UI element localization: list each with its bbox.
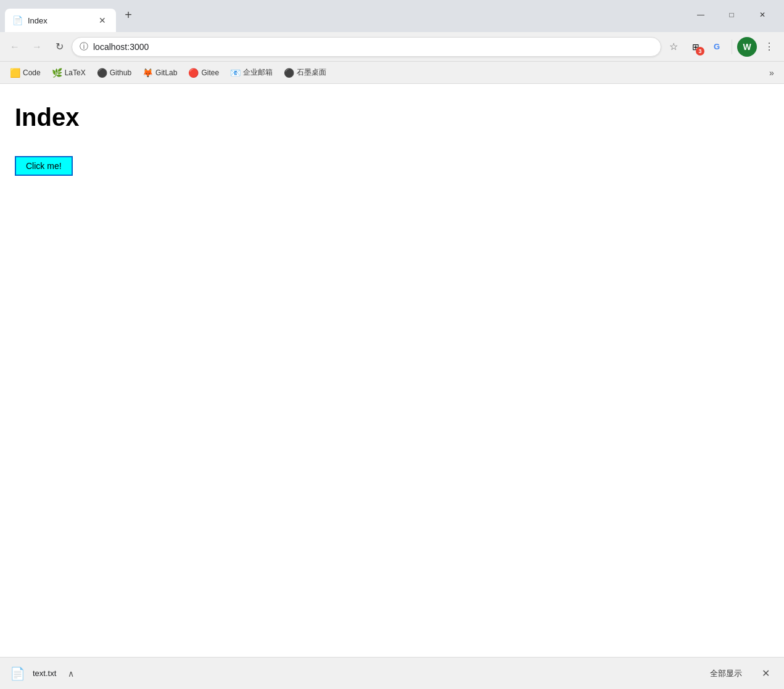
bookmark-gitee-label: Gitee [201, 68, 219, 77]
bookmark-email-label: 企业邮箱 [243, 67, 273, 78]
bookmark-code-label: Code [23, 68, 41, 77]
bookmark-github-label: Github [110, 68, 131, 77]
forward-button[interactable]: → [27, 37, 47, 57]
translate-icon: G [714, 42, 720, 51]
page-content: Index Click me! [0, 84, 784, 657]
close-button[interactable]: ✕ [748, 5, 777, 25]
bookmark-gitee-icon: 🔴 [188, 68, 199, 78]
bookmark-github-icon: ⚫ [97, 68, 107, 78]
download-expand-button[interactable]: ∧ [64, 666, 78, 681]
bookmark-gitlab-icon: 🦊 [142, 68, 153, 78]
nav-divider [732, 39, 732, 54]
profile-button[interactable]: W [737, 37, 757, 57]
bookmark-github[interactable]: ⚫ Github [92, 65, 136, 80]
page-title: Index [15, 104, 769, 131]
bookmark-star-button[interactable]: ☆ [664, 37, 683, 57]
maximize-button[interactable]: □ [717, 5, 746, 25]
bookmark-gitlab-label: GitLab [155, 68, 177, 77]
info-icon: ⓘ [80, 41, 88, 52]
bookmark-gitee[interactable]: 🔴 Gitee [183, 65, 224, 80]
bookmark-latex-label: LaTeX [65, 68, 86, 77]
window-controls: — □ ✕ [679, 0, 784, 25]
title-bar: 📄 Index ✕ + — □ ✕ [0, 0, 784, 32]
back-button[interactable]: ← [5, 37, 25, 57]
bookmark-gitlab[interactable]: 🦊 GitLab [138, 65, 182, 80]
browser-menu-button[interactable]: ⋮ [759, 37, 779, 57]
bookmark-latex-icon: 🌿 [52, 68, 62, 78]
download-right-area: 全部显示 ✕ [700, 664, 774, 683]
extensions-area: ⊞ 3 G [686, 37, 727, 57]
bookmark-shimo[interactable]: ⚫ 石墨桌面 [279, 65, 331, 80]
tab-title: Index [28, 16, 91, 25]
bookmarks-more-button[interactable]: » [764, 65, 779, 80]
tab-area: 📄 Index ✕ + [0, 0, 679, 32]
download-file-icon: 📄 [10, 666, 25, 681]
minimize-button[interactable]: — [687, 5, 715, 25]
new-tab-button[interactable]: + [118, 5, 138, 25]
bookmark-code-icon: 🟨 [10, 68, 20, 78]
bookmark-code[interactable]: 🟨 Code [5, 65, 46, 80]
bookmark-shimo-icon: ⚫ [284, 68, 294, 78]
bookmark-latex[interactable]: 🌿 LaTeX [47, 65, 91, 80]
extension1-wrapper: ⊞ 3 [686, 37, 706, 57]
bookmark-email[interactable]: 📧 企业邮箱 [225, 65, 278, 80]
tab-icon: 📄 [12, 15, 23, 25]
nav-bar: ← → ↻ ⓘ localhost:3000 ☆ ⊞ 3 G W ⋮ [0, 32, 784, 62]
bookmark-email-icon: 📧 [230, 68, 241, 78]
extension1-badge: 3 [696, 47, 704, 56]
tab-close-button[interactable]: ✕ [96, 14, 109, 27]
show-all-downloads-button[interactable]: 全部显示 [700, 664, 752, 683]
url-text: localhost:3000 [93, 42, 149, 52]
address-bar[interactable]: ⓘ localhost:3000 [72, 37, 661, 57]
bookmarks-bar: 🟨 Code 🌿 LaTeX ⚫ Github 🦊 GitLab 🔴 Gitee… [0, 62, 784, 84]
extension2-button[interactable]: G [707, 37, 727, 57]
download-bar: 📄 text.txt ∧ 全部显示 ✕ [0, 657, 784, 689]
bookmark-shimo-label: 石墨桌面 [297, 67, 326, 78]
download-filename: text.txt [33, 669, 56, 678]
click-me-button[interactable]: Click me! [15, 156, 73, 176]
refresh-button[interactable]: ↻ [49, 37, 69, 57]
browser-tab[interactable]: 📄 Index ✕ [5, 9, 116, 32]
download-close-button[interactable]: ✕ [757, 665, 774, 682]
